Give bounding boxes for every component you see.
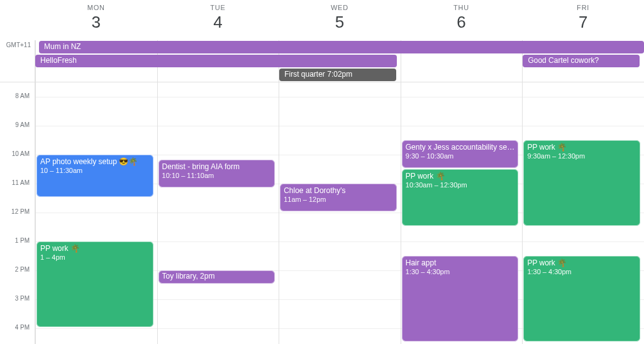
- day-header-tue[interactable]: TUE 4: [157, 0, 279, 40]
- time-grid[interactable]: 8 AM 9 AM 10 AM 11 AM 12 PM 1 PM 2 PM 3 …: [0, 82, 644, 344]
- day-header-mon[interactable]: MON 3: [35, 0, 157, 40]
- event-dentist[interactable]: Dentist - bring AIA form 10:10 – 11:10am: [158, 160, 275, 187]
- event-title: PP work 🌴: [406, 172, 515, 181]
- event-chloe-dorothy[interactable]: Chloe at Dorothy's 11am – 12pm: [280, 184, 397, 211]
- event-pp-work-thu[interactable]: PP work 🌴 10:30am – 12:30pm: [402, 169, 519, 226]
- event-title: Toy library, 2pm: [162, 272, 272, 281]
- allday-event-mum-in-nz[interactable]: Mum in NZ: [39, 41, 644, 53]
- allday-event-good-cartel[interactable]: Good Cartel cowork?: [523, 55, 640, 67]
- day-number: 6: [401, 13, 523, 32]
- day-column-mon[interactable]: AP photo weekly setup 😎🌴 10 – 11:30am PP…: [35, 82, 157, 344]
- day-column-fri[interactable]: PP work 🌴 9:30am – 12:30pm PP work 🌴 1:3…: [522, 82, 644, 344]
- day-of-week-label: MON: [35, 4, 157, 11]
- day-of-week-label: FRI: [522, 4, 644, 11]
- timezone-label: GMT+11: [6, 42, 31, 48]
- day-header-fri[interactable]: FRI 7: [522, 0, 644, 40]
- hour-label: 11 AM: [11, 179, 31, 186]
- event-time: 11am – 12pm: [284, 196, 393, 204]
- allday-section: GMT+11 Mum in NZ HelloFresh Good Cartel …: [0, 40, 644, 82]
- event-title: HelloFresh: [40, 56, 77, 65]
- day-column-thu[interactable]: Genty x Jess accountability sessio 9:30 …: [401, 82, 523, 344]
- allday-event-hellofresh[interactable]: HelloFresh: [35, 55, 397, 67]
- hours-column: 8 AM 9 AM 10 AM 11 AM 12 PM 1 PM 2 PM 3 …: [0, 82, 35, 344]
- day-number: 5: [279, 13, 401, 32]
- day-of-week-label: THU: [401, 4, 523, 11]
- event-pp-work-mon[interactable]: PP work 🌴 1 – 4pm: [36, 241, 153, 327]
- day-column-tue[interactable]: Dentist - bring AIA form 10:10 – 11:10am…: [157, 82, 279, 344]
- hour-label: 12 PM: [10, 208, 31, 215]
- event-title: PP work 🌴: [527, 143, 636, 152]
- hour-label: 9 AM: [14, 121, 31, 128]
- event-pp-work-fri-pm[interactable]: PP work 🌴 1:30 – 4:30pm: [523, 256, 640, 341]
- event-title: Mum in NZ: [44, 42, 81, 51]
- event-title: PP work 🌴: [527, 258, 636, 268]
- allday-event-first-quarter[interactable]: First quarter 7:02pm: [279, 69, 396, 81]
- event-time: 10:10 – 11:10am: [162, 172, 272, 180]
- event-time: 1:30 – 4:30pm: [527, 268, 636, 277]
- event-ap-photo-weekly-setup[interactable]: AP photo weekly setup 😎🌴 10 – 11:30am: [36, 155, 153, 197]
- day-of-week-label: TUE: [157, 4, 279, 11]
- event-toy-library[interactable]: Toy library, 2pm: [158, 270, 275, 284]
- event-title: First quarter 7:02pm: [284, 70, 352, 79]
- event-time: 9:30 – 10:30am: [406, 152, 515, 161]
- event-title: Hair appt: [406, 258, 515, 268]
- hour-label: 4 PM: [14, 324, 31, 331]
- day-number: 3: [35, 13, 157, 32]
- event-hair-appt[interactable]: Hair appt 1:30 – 4:30pm: [402, 256, 519, 341]
- event-title: Chloe at Dorothy's: [284, 186, 393, 196]
- event-time: 10 – 11:30am: [40, 167, 150, 175]
- hour-label: 8 AM: [14, 92, 31, 99]
- day-number: 7: [522, 13, 644, 32]
- hour-label: 10 AM: [11, 150, 31, 157]
- hour-label: 3 PM: [14, 295, 31, 302]
- day-of-week-label: WED: [279, 4, 401, 11]
- event-time: 9:30am – 12:30pm: [527, 152, 636, 161]
- event-time: 10:30am – 12:30pm: [406, 181, 515, 190]
- event-title: PP work 🌴: [40, 244, 150, 253]
- day-header-wed[interactable]: WED 5: [279, 0, 401, 40]
- event-title: Dentist - bring AIA form: [162, 162, 272, 172]
- event-title: Good Cartel cowork?: [528, 56, 599, 65]
- day-column-wed[interactable]: Chloe at Dorothy's 11am – 12pm: [279, 82, 401, 344]
- event-title: AP photo weekly setup 😎🌴: [40, 157, 150, 167]
- calendar-week-view: MON 3 TUE 4 WED 5 THU 6 FRI 7 GMT+11 Mum…: [0, 0, 644, 344]
- event-time: 1:30 – 4:30pm: [406, 268, 515, 277]
- day-number: 4: [157, 13, 279, 32]
- event-genty-jess[interactable]: Genty x Jess accountability sessio 9:30 …: [402, 140, 519, 168]
- hour-label: 1 PM: [14, 237, 31, 244]
- event-time: 1 – 4pm: [40, 253, 150, 262]
- day-header-row: MON 3 TUE 4 WED 5 THU 6 FRI 7: [0, 0, 644, 40]
- day-header-thu[interactable]: THU 6: [401, 0, 523, 40]
- hour-label: 2 PM: [14, 266, 31, 273]
- event-title: Genty x Jess accountability sessio: [406, 143, 515, 152]
- event-pp-work-fri-am[interactable]: PP work 🌴 9:30am – 12:30pm: [523, 140, 640, 226]
- timezone-gutter: [0, 0, 35, 40]
